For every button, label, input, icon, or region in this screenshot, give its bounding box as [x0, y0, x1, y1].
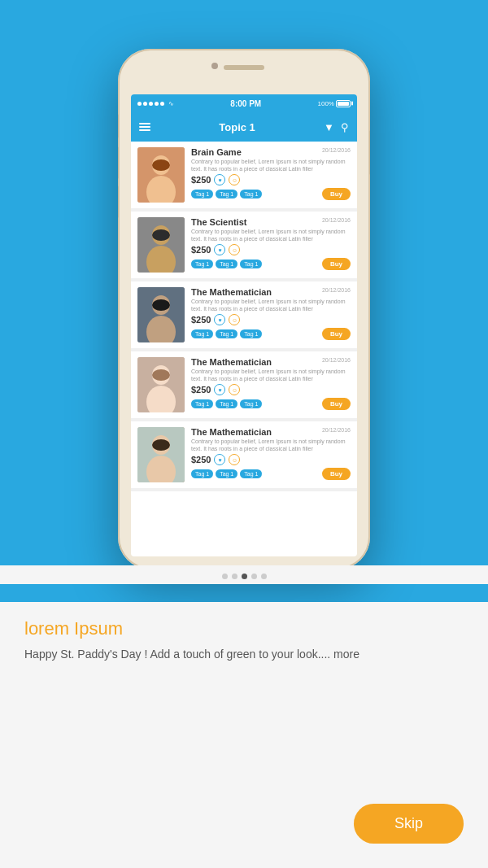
item-icon-smiley[interactable]: ☺: [229, 314, 240, 325]
item-description: Contrary to popular belief, Lorem Ipsum …: [191, 228, 351, 242]
page-dot[interactable]: [222, 574, 228, 579]
item-tags: Tag 1Tag 1Tag 1: [191, 260, 262, 268]
phone-body: ∿ 8:00 PM 100% Topic 1: [118, 49, 370, 569]
item-title-row: Brain Game 20/12/2016: [191, 147, 351, 157]
item-top-row: The Mathematician 20/12/2016 Contrary to…: [137, 427, 351, 482]
battery-percent: 100%: [318, 100, 334, 107]
item-icon-heart[interactable]: ♥: [214, 454, 225, 465]
signal-dot: [155, 102, 159, 106]
buy-button[interactable]: Buy: [322, 188, 351, 200]
item-icon-smiley[interactable]: ☺: [229, 454, 240, 465]
pagination-dots: [0, 565, 488, 584]
battery-icon: [336, 100, 351, 107]
search-icon[interactable]: ⚲: [341, 121, 349, 133]
item-description: Contrary to popular belief, Lorem Ipsum …: [191, 298, 351, 312]
phone-volume-up-button: [118, 146, 119, 179]
item-icon-heart[interactable]: ♥: [214, 314, 225, 325]
item-description: Contrary to popular belief, Lorem Ipsum …: [191, 158, 351, 172]
buy-button[interactable]: Buy: [322, 328, 351, 340]
buy-button[interactable]: Buy: [322, 398, 351, 410]
item-content: The Mathematician 20/12/2016 Contrary to…: [191, 357, 351, 412]
item-icon-heart[interactable]: ♥: [214, 174, 225, 185]
page-dot[interactable]: [232, 574, 237, 579]
phone-speaker: [224, 65, 264, 70]
item-description: Contrary to popular belief, Lorem Ipsum …: [191, 368, 351, 382]
signal-dot: [137, 102, 142, 106]
item-content: Brain Game 20/12/2016 Contrary to popula…: [191, 147, 351, 203]
menu-line: [139, 126, 150, 128]
phone-volume-down-button: [118, 185, 119, 218]
list-item: The Mathematician 20/12/2016 Contrary to…: [131, 351, 357, 418]
item-price: $250: [191, 245, 211, 255]
item-bottom-row: Tag 1Tag 1Tag 1 Buy: [191, 258, 351, 270]
item-content: The Scientist 20/12/2016 Contrary to pop…: [191, 217, 351, 273]
skip-button[interactable]: Skip: [354, 804, 464, 844]
phone-screen: ∿ 8:00 PM 100% Topic 1: [131, 94, 357, 556]
signal-dot: [143, 102, 147, 106]
item-bottom-row: Tag 1Tag 1Tag 1 Buy: [191, 188, 351, 200]
item-price-row: $250 ♥ ☺: [191, 454, 351, 465]
item-tags: Tag 1Tag 1Tag 1: [191, 329, 262, 338]
wifi-icon: ∿: [168, 100, 174, 107]
item-content: The Mathematician 20/12/2016 Contrary to…: [191, 287, 351, 342]
buy-button[interactable]: Buy: [322, 258, 351, 270]
item-tag: Tag 1: [216, 399, 237, 408]
item-tag: Tag 1: [240, 190, 262, 198]
item-icon-smiley[interactable]: ☺: [229, 384, 240, 395]
item-tag: Tag 1: [191, 469, 213, 478]
item-price-row: $250 ♥ ☺: [191, 244, 351, 255]
item-title: The Scientist: [191, 217, 246, 227]
item-tags: Tag 1Tag 1Tag 1: [191, 190, 262, 198]
item-icon-heart[interactable]: ♥: [214, 244, 225, 255]
item-price: $250: [191, 385, 211, 395]
menu-icon[interactable]: [139, 123, 150, 131]
item-title: The Mathematician: [191, 287, 272, 297]
item-top-row: The Mathematician 20/12/2016 Contrary to…: [137, 287, 351, 342]
menu-line: [139, 123, 150, 124]
item-title: The Mathematician: [191, 427, 272, 437]
signal-dot: [160, 102, 164, 106]
item-description: Contrary to popular belief, Lorem Ipsum …: [191, 438, 351, 452]
menu-line: [139, 129, 150, 131]
page-dot[interactable]: [251, 574, 257, 579]
page-dot[interactable]: [242, 574, 247, 579]
svg-point-18: [152, 439, 170, 451]
list-item: Brain Game 20/12/2016 Contrary to popula…: [131, 142, 357, 208]
phone-mute-button: [118, 114, 119, 138]
page-dot[interactable]: [261, 574, 267, 579]
header-icons: ▼ ⚲: [324, 121, 349, 133]
item-tag: Tag 1: [216, 190, 237, 198]
item-top-row: The Mathematician 20/12/2016 Contrary to…: [137, 357, 351, 412]
item-icon-smiley[interactable]: ☺: [229, 174, 240, 185]
svg-point-14: [152, 369, 170, 381]
filter-icon[interactable]: ▼: [324, 121, 334, 133]
item-thumbnail: [137, 287, 185, 342]
list-item: The Mathematician 20/12/2016 Contrary to…: [131, 281, 357, 348]
item-tag: Tag 1: [191, 399, 213, 408]
item-tag: Tag 1: [240, 260, 262, 268]
item-date: 20/12/2016: [322, 147, 351, 153]
item-date: 20/12/2016: [322, 217, 351, 223]
item-thumbnail: [137, 357, 185, 412]
buy-button[interactable]: Buy: [322, 468, 351, 480]
item-price-row: $250 ♥ ☺: [191, 174, 351, 185]
item-list: Brain Game 20/12/2016 Contrary to popula…: [131, 142, 357, 491]
status-battery: 100%: [318, 100, 351, 107]
item-price-row: $250 ♥ ☺: [191, 384, 351, 395]
item-tag: Tag 1: [191, 190, 213, 198]
signal-bars: ∿: [137, 100, 174, 107]
item-date: 20/12/2016: [322, 287, 351, 293]
item-tag: Tag 1: [216, 329, 237, 338]
item-bottom-row: Tag 1Tag 1Tag 1 Buy: [191, 398, 351, 410]
item-tag: Tag 1: [240, 329, 262, 338]
phone-camera: [211, 63, 218, 69]
item-tags: Tag 1Tag 1Tag 1: [191, 399, 262, 408]
item-thumbnail: [137, 147, 185, 203]
item-price: $250: [191, 175, 211, 185]
item-top-row: Brain Game 20/12/2016 Contrary to popula…: [137, 147, 351, 203]
item-icon-smiley[interactable]: ☺: [229, 244, 240, 255]
item-icon-heart[interactable]: ♥: [214, 384, 225, 395]
bottom-section: lorem Ipsum Happy St. Paddy's Day ! Add …: [0, 602, 488, 868]
status-time: 8:00 PM: [230, 99, 261, 108]
item-tag: Tag 1: [240, 399, 262, 408]
